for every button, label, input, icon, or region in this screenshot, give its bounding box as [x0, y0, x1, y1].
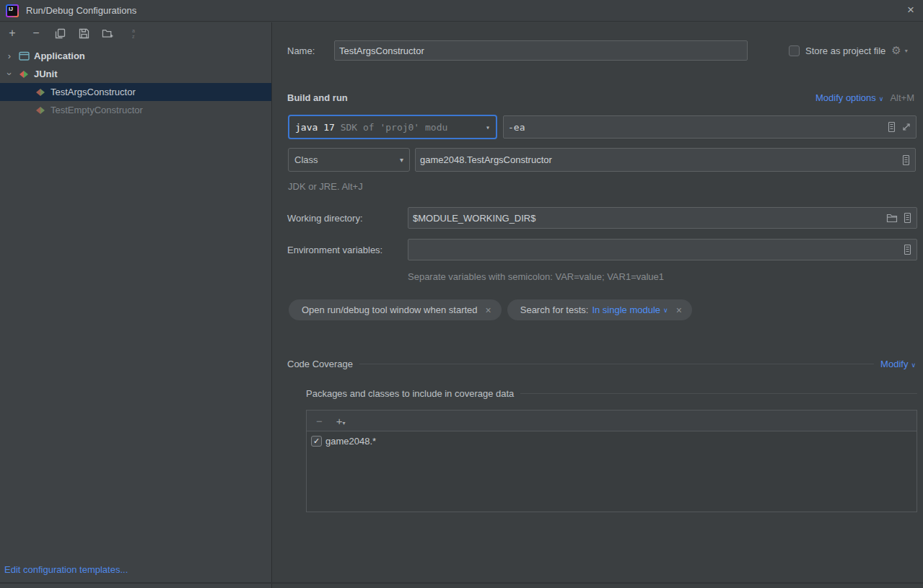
- package-label: game2048.*: [325, 436, 376, 447]
- code-coverage-section: Code Coverage Modify∨: [287, 359, 916, 369]
- jre-detail: SDK of 'proj0' modu: [341, 122, 486, 133]
- configuration-tree: › Application › JUnit: [0, 47, 271, 119]
- configuration-editor: Name: Store as project file ⚙ ▾ Build an…: [273, 22, 923, 588]
- environment-variables-input[interactable]: [413, 245, 898, 255]
- target-kind-combobox[interactable]: Class ▾: [288, 148, 410, 172]
- working-directory-input[interactable]: [413, 213, 881, 224]
- environment-variables-label: Environment variables:: [287, 245, 382, 255]
- combo-arrow-icon[interactable]: ▾: [400, 156, 403, 164]
- name-input[interactable]: [339, 45, 743, 56]
- svg-text:a: a: [132, 28, 135, 33]
- coverage-packages-panel: − +▾ ✓ game2048.*: [306, 410, 917, 512]
- add-package-icon[interactable]: +▾: [336, 415, 346, 427]
- tree-item-application[interactable]: › Application: [0, 47, 271, 65]
- expand-variables-icon[interactable]: [903, 245, 912, 255]
- run-debug-configurations-dialog: IJ Run/Debug Configurations × + −: [0, 0, 923, 588]
- tag-label: Open run/debug tool window when started: [302, 304, 478, 315]
- intellij-logo-icon: IJ: [6, 4, 19, 17]
- modify-options-row: Modify options∨ Alt+M: [815, 92, 914, 103]
- option-tags: Open run/debug tool window when started …: [289, 299, 692, 320]
- remove-configuration-icon[interactable]: −: [30, 27, 42, 39]
- coverage-toolbar: − +▾: [307, 411, 917, 431]
- tree-item-label: TestArgsConstructor: [51, 87, 136, 97]
- remove-tag-icon[interactable]: ×: [486, 304, 491, 316]
- junit-config-icon: [35, 89, 46, 96]
- remove-tag-icon[interactable]: ×: [676, 304, 682, 316]
- working-directory-label: Working directory:: [287, 213, 363, 224]
- chevron-down-icon[interactable]: ∨: [663, 307, 668, 314]
- dialog-title: Run/Debug Configurations: [26, 5, 136, 16]
- packages-label: Packages and classes to include in cover…: [306, 388, 514, 399]
- expand-variables-icon[interactable]: [903, 213, 912, 223]
- jre-combobox[interactable]: java 17 SDK of 'proj0' modu ▾: [288, 115, 497, 139]
- tree-item-label: JUnit: [34, 69, 58, 79]
- expand-variables-icon[interactable]: [901, 155, 911, 165]
- modify-options-shortcut: Alt+M: [890, 92, 914, 103]
- junit-icon: [18, 71, 30, 78]
- application-icon: [18, 51, 30, 61]
- separator-line: [520, 393, 917, 394]
- tag-search-for-tests[interactable]: Search for tests: In single module ∨ ×: [507, 299, 692, 320]
- tag-open-tool-window[interactable]: Open run/debug tool window when started …: [289, 299, 502, 320]
- edit-configuration-templates-link[interactable]: Edit configuration templates...: [4, 564, 128, 575]
- chevron-expanded-icon[interactable]: ›: [4, 69, 15, 80]
- coverage-package-row[interactable]: ✓ game2048.*: [307, 431, 917, 450]
- search-scope-link[interactable]: In single module: [592, 304, 660, 315]
- expand-field-icon[interactable]: [901, 122, 911, 132]
- chevron-down-icon: ∨: [911, 361, 916, 369]
- chevron-right-icon[interactable]: ›: [4, 51, 15, 61]
- chevron-down-icon: ▾: [343, 420, 346, 426]
- add-configuration-icon[interactable]: +: [6, 27, 18, 39]
- svg-text:z: z: [132, 34, 135, 39]
- code-coverage-title: Code Coverage: [287, 359, 353, 369]
- vm-options-input[interactable]: [508, 122, 882, 133]
- coverage-modify-link[interactable]: Modify∨: [880, 359, 916, 369]
- copy-configuration-icon[interactable]: [54, 27, 66, 39]
- combo-arrow-icon[interactable]: ▾: [486, 123, 490, 131]
- modify-options-link[interactable]: Modify options∨: [815, 92, 883, 103]
- separator-line: [359, 364, 874, 364]
- name-field-wrapper: [334, 40, 748, 61]
- target-kind-value: Class: [294, 154, 318, 165]
- chevron-down-icon: ∨: [879, 95, 884, 102]
- sidebar-toolbar: + − a z: [0, 22, 271, 44]
- working-directory-field-wrapper: [408, 207, 917, 229]
- gear-chevron-icon[interactable]: ▾: [905, 48, 908, 54]
- remove-package-icon[interactable]: −: [316, 415, 323, 427]
- tree-item-label: Application: [34, 51, 85, 61]
- junit-config-icon: [35, 107, 46, 114]
- close-icon[interactable]: ×: [907, 3, 914, 17]
- sort-configurations-icon[interactable]: a z: [126, 27, 137, 39]
- class-input[interactable]: [420, 154, 896, 165]
- class-field-wrapper: [415, 148, 916, 172]
- name-label: Name:: [287, 45, 315, 56]
- browse-folder-icon[interactable]: [886, 214, 898, 223]
- gear-icon[interactable]: ⚙: [891, 44, 901, 57]
- tag-label: Search for tests:: [520, 304, 589, 315]
- tree-item-testargsconstructor[interactable]: TestArgsConstructor: [0, 83, 271, 101]
- packages-section: Packages and classes to include in cover…: [306, 388, 917, 399]
- store-as-project-file-label: Store as project file: [805, 45, 885, 56]
- tree-item-label: TestEmptyConstructor: [51, 105, 143, 115]
- store-as-project-file: Store as project file ⚙ ▾: [789, 44, 908, 57]
- environment-variables-field-wrapper: [408, 239, 917, 260]
- new-folder-icon[interactable]: [102, 27, 113, 39]
- tree-item-testemptyconstructor[interactable]: TestEmptyConstructor: [0, 101, 271, 119]
- expand-variables-icon[interactable]: [887, 122, 896, 132]
- store-as-project-file-checkbox[interactable]: [789, 45, 800, 56]
- tree-item-junit[interactable]: › JUnit: [0, 65, 271, 83]
- jre-value: java 17: [295, 122, 341, 133]
- jdk-hint: JDK or JRE. Alt+J: [288, 181, 363, 192]
- title-bar: IJ Run/Debug Configurations ×: [0, 0, 923, 22]
- build-and-run-section-title: Build and run: [287, 92, 348, 103]
- environment-variables-hint: Separate variables with semicolon: VAR=v…: [408, 271, 664, 282]
- save-configuration-icon[interactable]: [78, 27, 89, 39]
- vm-options-field-wrapper: [503, 115, 917, 139]
- dialog-bottom-separator: [0, 582, 923, 584]
- package-checkbox[interactable]: ✓: [311, 436, 322, 447]
- configurations-sidebar: + − a z: [0, 22, 272, 588]
